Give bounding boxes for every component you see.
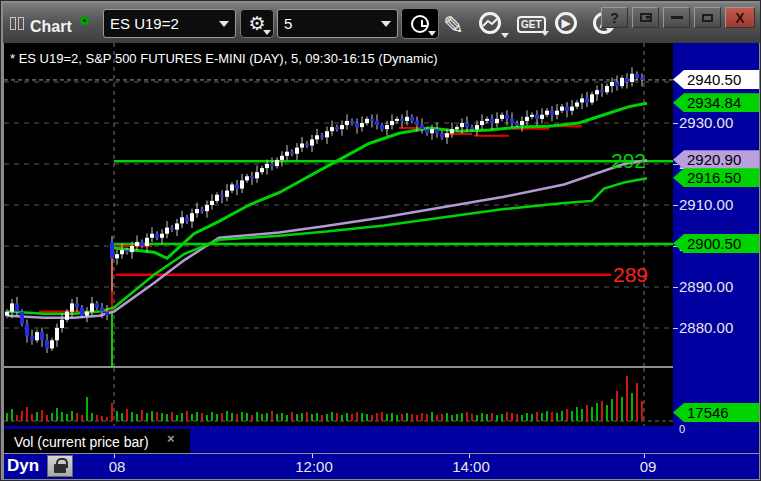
candle-body (245, 176, 249, 180)
candle-body (190, 213, 194, 221)
candle-body (605, 86, 609, 92)
window-titlebar[interactable]: Chart ES U19=2 ⚙ 5 ✎ GET (3, 3, 760, 43)
candle-body (270, 164, 274, 166)
volume-bar (26, 407, 28, 421)
volume-bar (251, 415, 253, 421)
candle-body (85, 312, 89, 316)
symbol-select[interactable]: ES U19=2 (103, 9, 236, 38)
help-button[interactable]: ? (601, 7, 628, 28)
interval-select[interactable]: 5 (277, 9, 398, 38)
volume-bar (436, 415, 438, 421)
candle-body (355, 123, 359, 127)
get-quotes-button[interactable]: GET (517, 14, 551, 38)
price-tick-label: 2890.00 (679, 278, 733, 295)
candle-body (505, 115, 509, 119)
candle-body (455, 127, 459, 129)
candle-body (255, 172, 259, 178)
lock-button[interactable] (47, 455, 73, 477)
volume-bar (296, 414, 298, 421)
volume-badge: 17546 (673, 403, 759, 422)
candle-body (395, 119, 399, 121)
play-button[interactable]: ▶ (555, 12, 577, 34)
candle-body (45, 340, 49, 348)
candle-body (615, 82, 619, 86)
volume-bar (591, 407, 593, 421)
tab-volume[interactable]: Vol (current price bar) × (4, 429, 190, 454)
volume-bar (621, 397, 623, 421)
settings-button[interactable]: ⚙ (240, 9, 274, 38)
volume-bar (461, 413, 463, 421)
candle-body (575, 103, 579, 107)
volume-bar (61, 412, 63, 421)
candle-body (240, 180, 244, 188)
volume-bar (606, 405, 608, 421)
volume-bar (131, 412, 133, 421)
volume-bar (511, 413, 513, 421)
volume-bar (456, 414, 458, 421)
volume-bar (441, 414, 443, 421)
candle-body (160, 234, 164, 238)
candle-body (370, 119, 374, 121)
volume-bar (281, 413, 283, 421)
restore-button[interactable] (632, 7, 659, 28)
candle-body (20, 312, 24, 324)
price-badge: 2920.90 (673, 150, 759, 169)
symbol-value: ES U19=2 (110, 15, 179, 32)
line-study-button[interactable] (479, 12, 511, 40)
volume-bar (196, 412, 198, 421)
volume-bar (211, 412, 213, 421)
volume-bar (496, 415, 498, 421)
candle-body (145, 238, 149, 246)
candle-body (385, 125, 389, 129)
dynamic-mode-label[interactable]: Dyn (7, 456, 39, 476)
volume-bar (316, 413, 318, 421)
close-button[interactable]: X (725, 7, 755, 28)
candle-body (525, 117, 529, 121)
volume-bar (556, 413, 558, 421)
volume-bar (271, 411, 273, 421)
time-tick (644, 454, 645, 458)
volume-pane[interactable] (4, 368, 673, 426)
volume-bar (331, 412, 333, 421)
volume-bar (116, 411, 118, 421)
volume-bar (321, 415, 323, 421)
price-tick-label: 2910.00 (679, 196, 733, 213)
candle-body (390, 121, 394, 125)
candle-body (325, 131, 329, 137)
candle-body (640, 78, 644, 80)
volume-bar (576, 407, 578, 421)
tab-close-icon[interactable]: × (167, 431, 175, 446)
volume-bar (101, 416, 103, 421)
volume-bar (601, 401, 603, 421)
minimize-button[interactable] (663, 7, 690, 28)
volume-bar (256, 412, 258, 421)
volume-bar (516, 414, 518, 421)
candle-body (545, 111, 549, 115)
candle-body (465, 123, 469, 127)
candle-body (195, 209, 199, 213)
volume-bar (206, 415, 208, 421)
candle-body (60, 320, 64, 328)
candle-body (125, 250, 129, 252)
price-tick-label: 2880.00 (679, 319, 733, 336)
volume-bar (536, 412, 538, 421)
candle-body (340, 125, 344, 129)
candle-body (430, 129, 434, 133)
price-axis[interactable]: 2930.002920.002910.002900.002890.002880.… (673, 43, 759, 479)
maximize-button[interactable] (694, 7, 721, 28)
time-tick-label: 12:00 (295, 458, 333, 475)
time-template-button[interactable] (401, 8, 439, 39)
indicator-tab-row: Vol (current price bar) × (4, 426, 673, 454)
candle-body (500, 115, 504, 119)
candle-body (485, 119, 489, 121)
time-axis[interactable]: Dyn 0812:0014:0009 (4, 454, 759, 479)
volume-bar (216, 414, 218, 421)
candle-body (380, 125, 384, 129)
candle-body (460, 123, 464, 127)
volume-bar (106, 417, 108, 421)
price-chart-pane[interactable]: * ES U19=2, S&P 500 FUTURES E-MINI (DAY)… (4, 43, 673, 366)
volume-bar (86, 397, 88, 421)
volume-bar (611, 399, 613, 421)
draw-pencil-button[interactable]: ✎ (443, 11, 464, 40)
volume-bar (406, 413, 408, 421)
